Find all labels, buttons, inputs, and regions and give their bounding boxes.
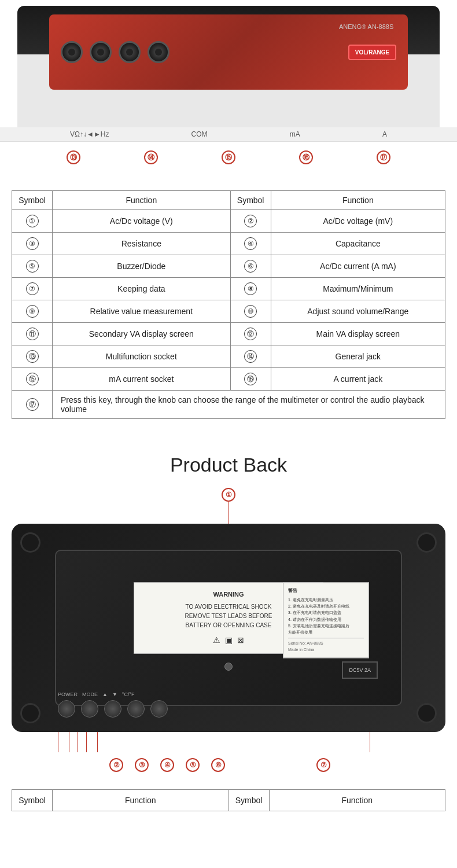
table-row: ⑬ Multifunction socket ⑭ General jack: [12, 345, 445, 368]
port-vohz: [61, 41, 83, 63]
table-header-sym2: Symbol: [230, 191, 271, 210]
warning-icon-x: ⊠: [237, 634, 244, 646]
port-ma: [119, 41, 141, 63]
corner-bumper-br: [417, 703, 437, 723]
back-buttons: [58, 700, 168, 718]
warning-icon-triangle: ⚠: [213, 634, 220, 646]
chinese-warning: 警告 1. 避免在充电时测量高压 2. 避免在充电器及时请勿开充电线 3. 在不…: [283, 582, 369, 658]
sym-13: ⑬: [12, 345, 53, 368]
corner-bumper-tr: [417, 532, 437, 553]
func-10: Adjust sound volume/Range: [271, 300, 445, 323]
table-row: ① Ac/Dc voltage (V) ② Ac/Dc voltage (mV): [12, 210, 445, 233]
back-callout-1: ①: [222, 488, 235, 502]
back-callout-4: ④: [160, 758, 174, 772]
bottom-header-sym1: Symbol: [12, 790, 53, 811]
btn-label-down: ▼: [112, 692, 117, 697]
func-14: General jack: [271, 345, 445, 368]
func-17: Press this key, through the knob can cho…: [53, 391, 445, 419]
btn-label-up: ▲: [102, 692, 108, 697]
back-panel: WARNING TO AVOID ELECTRICAL SHOCK REMOVE…: [55, 550, 402, 706]
table-row: ③ Resistance ④ Capacitance: [12, 233, 445, 255]
port-label-vohz: VΩ↑↓◄►Hz: [70, 130, 109, 138]
back-callouts-left: ② ③ ④ ⑤ ⑥: [109, 758, 225, 772]
corner-bumper-bl: [20, 703, 40, 723]
callout-16: ⑯: [299, 150, 313, 164]
screw: [224, 663, 233, 671]
func-1: Ac/Dc voltage (V): [53, 210, 231, 233]
sym-11: ⑪: [12, 323, 53, 345]
table-row: ⑨ Relative value measurement ⑩ Adjust so…: [12, 300, 445, 323]
table-row: ⑤ Buzzer/Diode ⑥ Ac/Dc current (A mA): [12, 255, 445, 278]
func-8: Maximum/Minimum: [271, 278, 445, 300]
port-label-com: COM: [191, 130, 208, 138]
callout-13: ⑬: [67, 150, 80, 164]
chinese-warning-title: 警告: [288, 587, 364, 594]
callout-14-circle: ⑭: [144, 150, 158, 164]
back-button-up[interactable]: [104, 700, 121, 718]
callout-15: ⑮: [222, 150, 235, 164]
bottom-header-func1: Function: [53, 790, 229, 811]
callout-13-circle: ⑬: [67, 150, 80, 164]
sym-15: ⑮: [12, 368, 53, 391]
back-button-down[interactable]: [127, 700, 145, 718]
back-callout-3: ③: [135, 758, 149, 772]
func-13: Multifunction socket: [53, 345, 231, 368]
back-callout-5: ⑤: [186, 758, 200, 772]
func-2: Ac/Dc voltage (mV): [271, 210, 445, 233]
func-16: A current jack: [271, 368, 445, 391]
sym-7: ⑦: [12, 278, 53, 300]
callout-15-circle: ⑮: [222, 150, 235, 164]
sym-2: ②: [230, 210, 271, 233]
back-button-cf[interactable]: [150, 700, 168, 718]
port-label-ma: mA: [290, 130, 300, 138]
func-15: mA current socket: [53, 368, 231, 391]
port-label-a: A: [382, 130, 387, 138]
top-callout-row: ⑬ ⑭ ⑮ ⑯ ⑰: [0, 142, 457, 173]
device-top-image: VOL/RANGE ANENG® AN-888S: [17, 6, 440, 127]
func-3: Resistance: [53, 233, 231, 255]
sym-5: ⑤: [12, 255, 53, 278]
sym-16: ⑯: [230, 368, 271, 391]
table-row: ⑦ Keeping data ⑧ Maximum/Minimum: [12, 278, 445, 300]
sym-6: ⑥: [230, 255, 271, 278]
callout-16-circle: ⑯: [299, 150, 313, 164]
back-callout-6: ⑥: [211, 758, 225, 772]
func-5: Buzzer/Diode: [53, 255, 231, 278]
func-11: Secondary VA display screen: [53, 323, 231, 345]
back-callout-7: ⑦: [316, 758, 330, 772]
back-button-power[interactable]: [58, 700, 75, 718]
port-com: [90, 41, 112, 63]
device-back-image: WARNING TO AVOID ELECTRICAL SHOCK REMOVE…: [12, 524, 445, 732]
port-group: [61, 41, 340, 63]
btn-label-mode: MODE: [82, 692, 98, 697]
sym-10: ⑩: [230, 300, 271, 323]
warning-icon-box: ▣: [225, 634, 233, 646]
callout-17-circle: ⑰: [377, 150, 390, 164]
table-header-func1: Function: [53, 191, 231, 210]
bottom-header-sym2: Symbol: [228, 790, 269, 811]
chinese-warning-text: 1. 避免在充电时测量高压 2. 避免在充电器及时请勿开充电线 3. 在不充电时…: [288, 597, 364, 635]
brand-label: ANENG® AN-888S: [339, 23, 393, 30]
btn-label-cf: °C/°F: [122, 692, 135, 697]
bottom-header-func2: Function: [269, 790, 445, 811]
func-4: Capacitance: [271, 233, 445, 255]
table-header-sym1: Symbol: [12, 191, 53, 210]
sym-12: ⑫: [230, 323, 271, 345]
back-callouts-right: ⑦: [316, 758, 330, 772]
back-button-mode[interactable]: [81, 700, 98, 718]
dc-port: DC5V 2A: [342, 661, 378, 679]
table-row: ⑰ Press this key, through the knob can c…: [12, 391, 445, 419]
vol-range-button[interactable]: VOL/RANGE: [348, 45, 396, 60]
callout-17: ⑰: [377, 150, 390, 164]
func-7: Keeping data: [53, 278, 231, 300]
sym-1: ①: [12, 210, 53, 233]
sym-14: ⑭: [230, 345, 271, 368]
product-back-title: Product Back: [0, 431, 457, 488]
sym-4: ④: [230, 233, 271, 255]
symbol-function-table: Symbol Function Symbol Function ① Ac/Dc …: [12, 190, 445, 419]
table-row: ⑮ mA current socket ⑯ A current jack: [12, 368, 445, 391]
back-callout-2: ②: [109, 758, 123, 772]
device-panel: VOL/RANGE ANENG® AN-888S: [49, 14, 408, 90]
serial-number: Serial No: AN-888SMade in China: [288, 638, 364, 653]
bottom-symbol-table: Symbol Function Symbol Function: [12, 789, 445, 811]
